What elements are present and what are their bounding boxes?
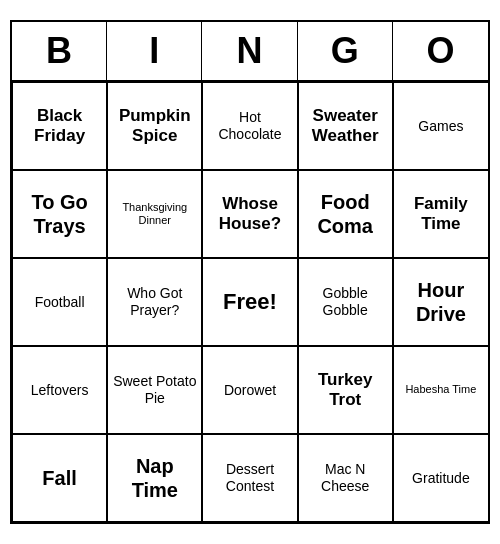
- bingo-cell: Fall: [12, 434, 107, 522]
- bingo-cell: Dorowet: [202, 346, 297, 434]
- header-letter: O: [393, 22, 488, 80]
- bingo-cell: Football: [12, 258, 107, 346]
- bingo-cell: Gobble Gobble: [298, 258, 393, 346]
- bingo-cell: Nap Time: [107, 434, 202, 522]
- bingo-cell: Thanksgiving Dinner: [107, 170, 202, 258]
- bingo-cell: Dessert Contest: [202, 434, 297, 522]
- bingo-cell: Family Time: [393, 170, 488, 258]
- bingo-cell: Whose House?: [202, 170, 297, 258]
- bingo-cell: Games: [393, 82, 488, 170]
- bingo-cell: Mac N Cheese: [298, 434, 393, 522]
- bingo-card: BINGO Black FridayPumpkin SpiceHot Choco…: [10, 20, 490, 524]
- bingo-cell: Habesha Time: [393, 346, 488, 434]
- bingo-cell: Turkey Trot: [298, 346, 393, 434]
- bingo-cell: Sweet Potato Pie: [107, 346, 202, 434]
- bingo-cell: Hot Chocolate: [202, 82, 297, 170]
- header-letter: I: [107, 22, 202, 80]
- header-letter: N: [202, 22, 297, 80]
- header-letter: G: [298, 22, 393, 80]
- bingo-cell: Leftovers: [12, 346, 107, 434]
- bingo-header: BINGO: [12, 22, 488, 82]
- bingo-cell: Gratitude: [393, 434, 488, 522]
- bingo-cell: Black Friday: [12, 82, 107, 170]
- bingo-cell: Who Got Prayer?: [107, 258, 202, 346]
- header-letter: B: [12, 22, 107, 80]
- bingo-cell: Free!: [202, 258, 297, 346]
- bingo-cell: To Go Trays: [12, 170, 107, 258]
- bingo-cell: Food Coma: [298, 170, 393, 258]
- bingo-cell: Sweater Weather: [298, 82, 393, 170]
- bingo-cell: Pumpkin Spice: [107, 82, 202, 170]
- bingo-grid: Black FridayPumpkin SpiceHot ChocolateSw…: [12, 82, 488, 522]
- bingo-cell: Hour Drive: [393, 258, 488, 346]
